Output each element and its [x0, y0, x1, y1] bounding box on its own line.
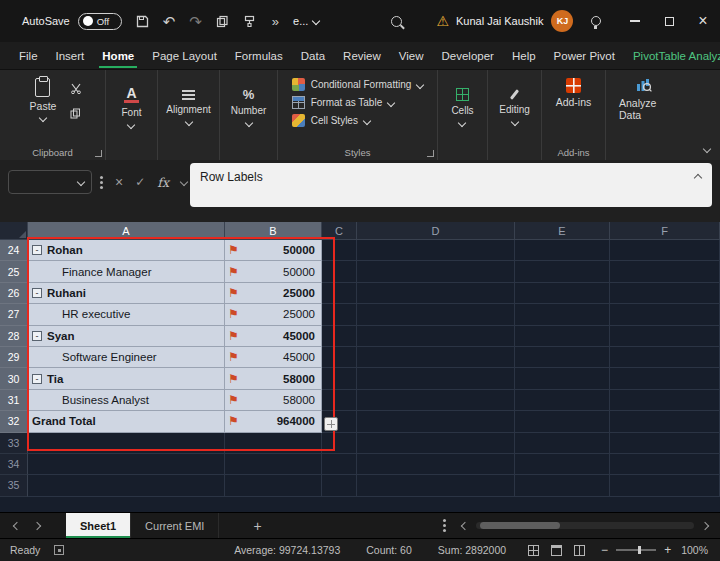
- cell-A29[interactable]: Software Engineer: [28, 347, 225, 368]
- alignment-dropdown[interactable]: Alignment: [160, 76, 216, 138]
- row-header-33[interactable]: 33: [0, 433, 28, 454]
- cell-D31[interactable]: [357, 390, 515, 411]
- copy-icon[interactable]: [216, 15, 229, 28]
- cell-B27[interactable]: ⚑25000: [225, 304, 322, 325]
- hscroll-left-icon[interactable]: [461, 521, 469, 529]
- row-header-30[interactable]: 30: [0, 368, 28, 389]
- cell-F28[interactable]: [610, 326, 720, 347]
- zoom-slider-thumb[interactable]: [638, 546, 641, 554]
- cell-C33[interactable]: [322, 433, 357, 454]
- cell-A27[interactable]: HR executive: [28, 304, 225, 325]
- cell-B29[interactable]: ⚑45000: [225, 347, 322, 368]
- cell-E27[interactable]: [515, 304, 610, 325]
- cell-A28[interactable]: -Syan: [28, 326, 225, 347]
- new-sheet-button[interactable]: +: [253, 518, 261, 534]
- collapse-group-button[interactable]: -: [32, 288, 42, 298]
- row-header-31[interactable]: 31: [0, 390, 28, 411]
- tab-help[interactable]: Help: [503, 42, 545, 69]
- cell-F30[interactable]: [610, 368, 720, 389]
- styles-dialog-launcher-icon[interactable]: [427, 150, 434, 157]
- format-painter-icon[interactable]: [243, 15, 256, 28]
- zoom-out-icon[interactable]: −: [601, 543, 608, 557]
- row-header-35[interactable]: 35: [0, 475, 28, 496]
- tab-developer[interactable]: Developer: [433, 42, 503, 69]
- cell-E30[interactable]: [515, 368, 610, 389]
- cell-B31[interactable]: ⚑58000: [225, 390, 322, 411]
- row-header-26[interactable]: 26: [0, 283, 28, 304]
- cell-B34[interactable]: [225, 454, 322, 475]
- cell-E24[interactable]: [515, 240, 610, 261]
- user-name[interactable]: Kunal Jai Kaushik: [456, 15, 543, 27]
- autosave-toggle[interactable]: Off: [78, 13, 122, 30]
- paste-options-icon[interactable]: [324, 417, 338, 431]
- zoom-slider[interactable]: [616, 549, 656, 551]
- column-header-A[interactable]: A: [28, 222, 225, 240]
- column-header-B[interactable]: B: [225, 222, 322, 240]
- normal-view-icon[interactable]: [528, 545, 539, 556]
- tab-pivottable-analyze[interactable]: PivotTable Analyze: [624, 42, 720, 69]
- column-header-F[interactable]: F: [610, 222, 720, 240]
- cell-A30[interactable]: -Tia: [28, 368, 225, 389]
- cell-A26[interactable]: -Ruhani: [28, 283, 225, 304]
- cell-B32[interactable]: ⚑964000: [225, 411, 322, 432]
- cell-C31[interactable]: [322, 390, 357, 411]
- row-header-24[interactable]: 24: [0, 240, 28, 261]
- tab-view[interactable]: View: [390, 42, 433, 69]
- cell-F33[interactable]: [610, 433, 720, 454]
- collapse-ribbon-icon[interactable]: [704, 138, 710, 156]
- cell-F34[interactable]: [610, 454, 720, 475]
- cell-A33[interactable]: [28, 433, 225, 454]
- cell-B33[interactable]: [225, 433, 322, 454]
- tab-home[interactable]: Home: [93, 42, 143, 69]
- cell-E33[interactable]: [515, 433, 610, 454]
- page-break-view-icon[interactable]: [574, 545, 585, 556]
- copy-icon[interactable]: [70, 105, 82, 123]
- cell-D35[interactable]: [357, 475, 515, 496]
- more-commands-icon[interactable]: »: [272, 14, 279, 29]
- cell-F25[interactable]: [610, 261, 720, 282]
- cell-C34[interactable]: [322, 454, 357, 475]
- sheet-nav-left-icon[interactable]: [13, 521, 21, 529]
- cell-A31[interactable]: Business Analyst: [28, 390, 225, 411]
- cells-dropdown[interactable]: Cells: [445, 76, 479, 138]
- cell-A34[interactable]: [28, 454, 225, 475]
- sheet-nav-right-icon[interactable]: [33, 521, 41, 529]
- cell-D26[interactable]: [357, 283, 515, 304]
- cell-C24[interactable]: [322, 240, 357, 261]
- maximize-button[interactable]: [652, 6, 686, 36]
- confirm-entry-icon[interactable]: ✓: [135, 175, 145, 189]
- tab-insert[interactable]: Insert: [47, 42, 94, 69]
- tab-review[interactable]: Review: [334, 42, 390, 69]
- cell-B26[interactable]: ⚑25000: [225, 283, 322, 304]
- cell-A25[interactable]: Finance Manager: [28, 261, 225, 282]
- cell-E35[interactable]: [515, 475, 610, 496]
- undo-icon[interactable]: ↶: [163, 14, 176, 29]
- formula-bar-input[interactable]: Row Labels: [190, 163, 712, 207]
- close-button[interactable]: ×: [686, 6, 720, 36]
- cell-D34[interactable]: [357, 454, 515, 475]
- tab-page-layout[interactable]: Page Layout: [143, 42, 226, 69]
- tab-power-pivot[interactable]: Power Pivot: [545, 42, 624, 69]
- name-box[interactable]: [8, 170, 92, 194]
- cell-F31[interactable]: [610, 390, 720, 411]
- collapse-formula-bar-icon[interactable]: [694, 174, 702, 182]
- row-header-25[interactable]: 25: [0, 261, 28, 282]
- cell-C30[interactable]: [322, 368, 357, 389]
- cell-A35[interactable]: [28, 475, 225, 496]
- horizontal-scrollbar-thumb[interactable]: [480, 522, 560, 529]
- sheet-tab-sheet1[interactable]: Sheet1: [66, 513, 131, 538]
- cell-C26[interactable]: [322, 283, 357, 304]
- hscroll-right-icon[interactable]: [701, 521, 709, 529]
- column-header-E[interactable]: E: [515, 222, 610, 240]
- number-dropdown[interactable]: % Number: [225, 76, 273, 138]
- cell-D32[interactable]: [357, 411, 515, 432]
- record-macro-icon[interactable]: [54, 545, 64, 555]
- cell-E29[interactable]: [515, 347, 610, 368]
- select-all-corner[interactable]: [0, 222, 28, 240]
- document-name-dropdown[interactable]: e...: [293, 15, 319, 27]
- cell-E25[interactable]: [515, 261, 610, 282]
- minimize-button[interactable]: [618, 6, 652, 36]
- cell-E28[interactable]: [515, 326, 610, 347]
- zoom-in-icon[interactable]: +: [664, 543, 671, 557]
- conditional-formatting-button[interactable]: Conditional Formatting: [292, 78, 424, 91]
